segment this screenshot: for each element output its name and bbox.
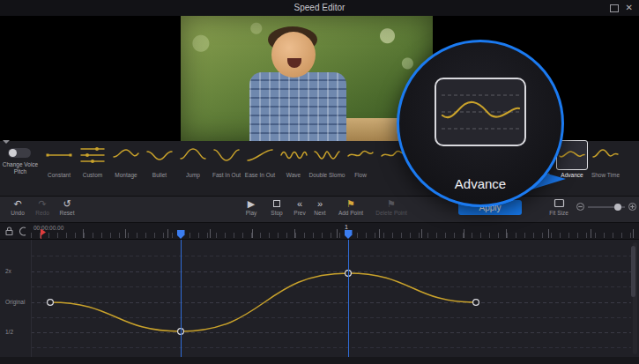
delete-point-label: Delete Point xyxy=(375,210,406,216)
curve-editor[interactable]: 2x Original 1/2 xyxy=(0,240,639,357)
preset-bullet[interactable]: Bullet xyxy=(143,140,176,178)
preset-label: Bullet xyxy=(152,172,167,178)
play-icon: ▶ xyxy=(248,198,255,209)
prev-button[interactable]: « Prev xyxy=(290,198,309,216)
delete-point-flag-icon: ⚑ xyxy=(387,198,396,209)
collapse-arrow-icon[interactable] xyxy=(3,140,10,147)
magnifier-label: Advance xyxy=(399,176,561,191)
preset-flow[interactable]: Flow xyxy=(344,140,377,178)
stop-icon xyxy=(273,198,280,209)
fit-size-icon xyxy=(554,198,565,209)
undo-label: Undo xyxy=(11,210,25,216)
curve-jump-icon xyxy=(177,140,209,170)
add-point-label: Add Point xyxy=(338,210,363,216)
zoom-slider-knob[interactable] xyxy=(614,204,621,211)
next-button[interactable]: » Next xyxy=(310,198,330,216)
preset-ease-in-out[interactable]: Ease In Out xyxy=(243,140,277,178)
reset-button[interactable]: ↺ Reset xyxy=(55,198,79,216)
curve-flow-icon xyxy=(345,140,376,170)
add-point-button[interactable]: ⚑ Add Point xyxy=(333,198,368,216)
ruler-second-label: 1 xyxy=(345,224,348,230)
preset-label: Jump xyxy=(186,172,200,178)
window-title: Speed Editor xyxy=(0,0,639,16)
preset-label: Flow xyxy=(354,172,367,178)
preset-label: Custom xyxy=(83,172,102,178)
curve-ease-in-out-icon xyxy=(244,140,276,170)
speed-curve[interactable] xyxy=(50,273,476,331)
magnifier-preset-preview xyxy=(435,78,526,146)
timeline-ruler[interactable] xyxy=(0,223,639,240)
ruler-major-ticks xyxy=(31,229,639,238)
vertical-scrollbar[interactable] xyxy=(633,242,637,354)
undo-button[interactable]: ↶ Undo xyxy=(7,198,28,216)
title-bar: Speed Editor ✕ xyxy=(0,0,639,16)
prev-icon: « xyxy=(297,198,302,209)
preset-label: Ease In Out xyxy=(245,172,275,178)
curve-fast-in-out-icon xyxy=(211,140,242,170)
next-label: Next xyxy=(314,210,325,216)
timecode: 00:00:00.00 xyxy=(33,225,63,231)
keyframe-point[interactable] xyxy=(48,300,54,306)
toggle-knob xyxy=(9,149,17,157)
voice-pitch-toggle[interactable] xyxy=(8,148,31,158)
speed-editor-window: Speed Editor ✕ Change Voice Pitch Consta… xyxy=(0,0,639,364)
curve-constant-icon xyxy=(43,140,75,170)
preset-double-slomo[interactable]: Double Slomo xyxy=(310,140,344,178)
zoom-out-icon[interactable] xyxy=(576,202,585,212)
preset-label: Double Slomo xyxy=(309,172,346,178)
video-subject-head xyxy=(271,32,316,78)
next-icon: » xyxy=(317,198,323,209)
video-frame xyxy=(181,16,433,141)
preset-constant[interactable]: Constant xyxy=(42,140,76,178)
preset-label: Montage xyxy=(115,172,137,178)
redo-label: Redo xyxy=(35,210,49,216)
prev-label: Prev xyxy=(293,210,305,216)
stop-button[interactable]: Stop xyxy=(265,198,288,216)
preset-fast-in-out[interactable]: Fast In Out xyxy=(210,140,243,178)
preset-wave[interactable]: Wave xyxy=(277,140,310,178)
preset-label: Wave xyxy=(286,172,301,178)
preset-jump[interactable]: Jump xyxy=(176,140,210,178)
preset-label: Fast In Out xyxy=(212,172,241,178)
curve-bullet-icon xyxy=(144,140,175,170)
vertical-scrollbar-thumb[interactable] xyxy=(631,246,635,297)
curve-montage-icon xyxy=(110,140,142,170)
curve-mode-icon[interactable] xyxy=(18,226,27,236)
redo-button[interactable]: ↷ Redo xyxy=(32,198,53,216)
playhead[interactable] xyxy=(41,229,41,239)
sliders-icon xyxy=(77,140,108,170)
video-subject-shirt xyxy=(249,72,346,141)
curve-show-time-icon xyxy=(590,140,621,170)
preset-label: Show Time xyxy=(591,172,620,178)
reset-label: Reset xyxy=(60,210,75,216)
reset-icon: ↺ xyxy=(63,198,71,209)
zoom-in-icon[interactable] xyxy=(628,202,637,212)
keyframe-line xyxy=(181,240,182,357)
preset-custom[interactable]: Custom xyxy=(76,140,109,178)
keyframe-line xyxy=(348,240,349,357)
play-button[interactable]: ▶ Play xyxy=(240,198,263,216)
play-label: Play xyxy=(246,210,257,216)
delete-point-button[interactable]: ⚑ Delete Point xyxy=(370,198,412,216)
maximize-icon[interactable] xyxy=(610,4,619,12)
undo-icon: ↶ xyxy=(13,198,21,209)
add-point-flag-icon: ⚑ xyxy=(346,198,355,209)
lock-icon[interactable] xyxy=(4,226,14,236)
stop-label: Stop xyxy=(271,210,282,216)
horizontal-scrollbar[interactable] xyxy=(0,357,639,364)
close-icon[interactable]: ✕ xyxy=(626,2,633,14)
curve-double-slomo-icon xyxy=(311,140,343,170)
keyframe-point[interactable] xyxy=(473,300,479,306)
speed-curve-svg xyxy=(0,240,639,357)
preset-montage[interactable]: Montage xyxy=(109,140,143,178)
redo-icon: ↷ xyxy=(38,198,46,209)
fit-size-label: Fit Size xyxy=(549,210,568,216)
magnifier-circle: Advance xyxy=(397,40,564,207)
fit-size-button[interactable]: Fit Size xyxy=(543,198,575,216)
preset-show-time[interactable]: Show Time xyxy=(589,140,622,178)
curve-wave-icon xyxy=(278,140,309,170)
preset-label: Constant xyxy=(48,172,71,178)
voice-pitch-label: Change Voice Pitch xyxy=(0,161,41,176)
